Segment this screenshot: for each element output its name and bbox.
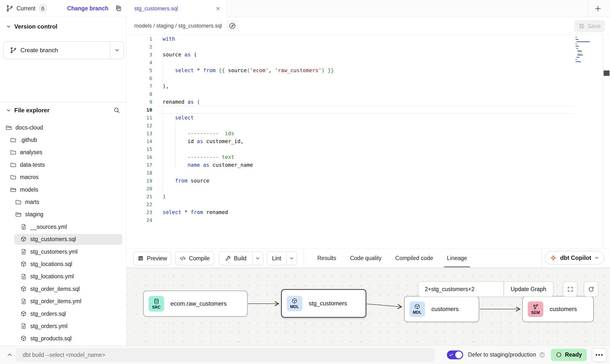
file-tree-label: stg_orders.sql: [30, 311, 66, 317]
code-line-7[interactable]: 7),: [126, 82, 574, 90]
model-icon: [414, 303, 421, 310]
code-line-6[interactable]: 6: [126, 74, 574, 82]
tab-compiled-code[interactable]: Compiled code: [395, 255, 433, 262]
fullscreen-button[interactable]: [563, 281, 577, 297]
code-line-12[interactable]: 12: [126, 122, 574, 130]
tab-lineage[interactable]: Lineage: [447, 255, 467, 262]
code-line-1[interactable]: 1with: [126, 35, 574, 43]
lineage-node-ecom-raw-customers[interactable]: SRCecom.raw_customers: [143, 291, 248, 317]
create-branch-button[interactable]: Create branch: [3, 41, 124, 59]
copilot-edit-icon[interactable]: [226, 20, 238, 32]
status-bar-right: Defer to staging/production Ready: [447, 346, 607, 364]
defer-toggle[interactable]: [447, 350, 463, 359]
lint-button[interactable]: Lint: [267, 251, 297, 265]
git-branch-icon: [6, 5, 13, 12]
indent-guide: [175, 145, 175, 153]
new-tab-button[interactable]: [593, 4, 603, 14]
code-line-20[interactable]: 20: [126, 185, 574, 193]
line-number: 1: [126, 36, 152, 42]
code-line-18[interactable]: 18: [126, 169, 574, 177]
lineage-node-stg-customers[interactable]: MDLstg_customers: [281, 289, 366, 318]
command-input[interactable]: dbt build --select <model_name>: [16, 348, 435, 362]
file-item-stg-orders-yml[interactable]: stg_orders.yml: [0, 320, 124, 332]
code-line-13[interactable]: 13 ---------- ids: [126, 130, 574, 137]
code-line-22[interactable]: 22: [126, 200, 574, 208]
copy-icon[interactable]: [115, 5, 122, 12]
file-item-stg-customers-yml[interactable]: stg_customers.yml: [0, 246, 124, 258]
node-label: customers: [431, 306, 459, 313]
scrollbar-thumb[interactable]: [604, 70, 610, 76]
version-control-header[interactable]: Version control: [0, 21, 126, 32]
folder-item-macros[interactable]: macros: [0, 171, 124, 183]
tab-stg-customers-sql[interactable]: stg_customers.sql: [126, 0, 227, 17]
divider: [542, 248, 542, 268]
code-line-19[interactable]: 19 from source: [126, 177, 574, 185]
code-line-2[interactable]: 2: [126, 43, 574, 51]
help-icon[interactable]: [539, 351, 545, 358]
breadcrumb: models / staging / stg_customers.sql Sav…: [126, 17, 610, 35]
build-dropdown[interactable]: [253, 256, 263, 261]
dbt-copilot-label: dbt Copilot: [560, 254, 591, 261]
search-icon[interactable]: [113, 107, 120, 114]
folder-item-staging[interactable]: staging: [0, 208, 124, 221]
file-item-stg-locations-sql[interactable]: stg_locations.sql: [0, 258, 124, 270]
lineage-node-customers[interactable]: SEMcustomers: [522, 296, 594, 322]
code-line-3[interactable]: 3source as (: [126, 51, 574, 59]
code-line-21[interactable]: 21): [126, 193, 574, 200]
code-line-11[interactable]: 11 select: [126, 114, 574, 122]
close-icon[interactable]: [215, 6, 221, 11]
file-item-stg-customers-sql[interactable]: stg_customers.sql: [0, 233, 124, 246]
file-explorer-header[interactable]: File explorer: [0, 105, 126, 116]
folder-item-models[interactable]: models: [0, 183, 124, 196]
code-line-4[interactable]: 4: [126, 59, 574, 66]
folder-item-marts[interactable]: marts: [0, 196, 124, 208]
line-number: 8: [126, 91, 152, 97]
save-button[interactable]: Save: [574, 20, 605, 32]
model-icon: [20, 236, 27, 243]
folder-icon: [10, 162, 17, 168]
lineage-node-customers[interactable]: MDLcustomers: [404, 296, 479, 322]
code-line-8[interactable]: 8: [126, 90, 574, 98]
update-graph-button[interactable]: Update Graph: [504, 282, 553, 297]
file-tree-label: stg_locations.sql: [30, 261, 72, 267]
chevron-up-icon[interactable]: [6, 351, 13, 358]
line-number: 10: [126, 107, 152, 113]
preview-button[interactable]: Preview: [133, 251, 171, 265]
indent-guide: [163, 161, 163, 169]
create-branch-dropdown[interactable]: [110, 48, 124, 53]
tab-code-quality[interactable]: Code quality: [350, 255, 382, 262]
build-button[interactable]: Build: [219, 251, 263, 265]
file-item-stg-products-sql[interactable]: stg_products.sql: [0, 332, 124, 345]
change-branch-link[interactable]: Change branch: [67, 5, 108, 12]
code-line-24[interactable]: 24: [126, 216, 574, 224]
folder-item-docs-cloud[interactable]: docs-cloud: [0, 121, 124, 134]
code-line-5[interactable]: 5 select * from {{ source('ecom', 'raw_c…: [126, 66, 574, 74]
file-item-stg-order-items-sql[interactable]: stg_order_items.sql: [0, 283, 124, 295]
code-line-14[interactable]: 14 id as customer_id,: [126, 137, 574, 145]
folder-icon: [10, 137, 17, 143]
more-options-button[interactable]: [592, 348, 607, 362]
code-editor[interactable]: 1with23source as (45 select * from {{ so…: [126, 35, 574, 224]
code-line-23[interactable]: 23select * from renamed: [126, 208, 574, 216]
lint-dropdown[interactable]: [287, 256, 297, 261]
compile-button[interactable]: Compile: [175, 251, 214, 265]
code-line-16[interactable]: 16 ---------- text: [126, 153, 574, 161]
file-item-stg-orders-sql[interactable]: stg_orders.sql: [0, 308, 124, 320]
code-line-9[interactable]: 9renamed as (: [126, 98, 574, 106]
folder-item-analyses[interactable]: analyses: [0, 146, 124, 159]
code-line-10[interactable]: 10: [126, 106, 574, 114]
file-item--sources-yml[interactable]: __sources.yml: [0, 221, 124, 233]
code-line-15[interactable]: 15: [126, 145, 574, 153]
tab-results[interactable]: Results: [317, 255, 336, 262]
lineage-panel[interactable]: SRCecom.raw_customersMDLstg_customersMDL…: [126, 268, 610, 345]
file-item-stg-order-items-yml[interactable]: stg_order_items.yml: [0, 295, 124, 307]
minimap[interactable]: [576, 37, 607, 65]
folder-item-data-tests[interactable]: data-tests: [0, 159, 124, 171]
lineage-selector-input[interactable]: 2+stg_customers+2: [418, 282, 504, 297]
status-bar: dbt build --select <model_name> Defer to…: [0, 345, 610, 364]
file-item-stg-locations-yml[interactable]: stg_locations.yml: [0, 270, 124, 283]
code-line-17[interactable]: 17 name as customer_name: [126, 161, 574, 169]
refresh-button[interactable]: [584, 281, 598, 297]
folder-item--github[interactable]: .github: [0, 134, 124, 146]
dbt-copilot-button[interactable]: dbt Copilot: [545, 251, 604, 265]
